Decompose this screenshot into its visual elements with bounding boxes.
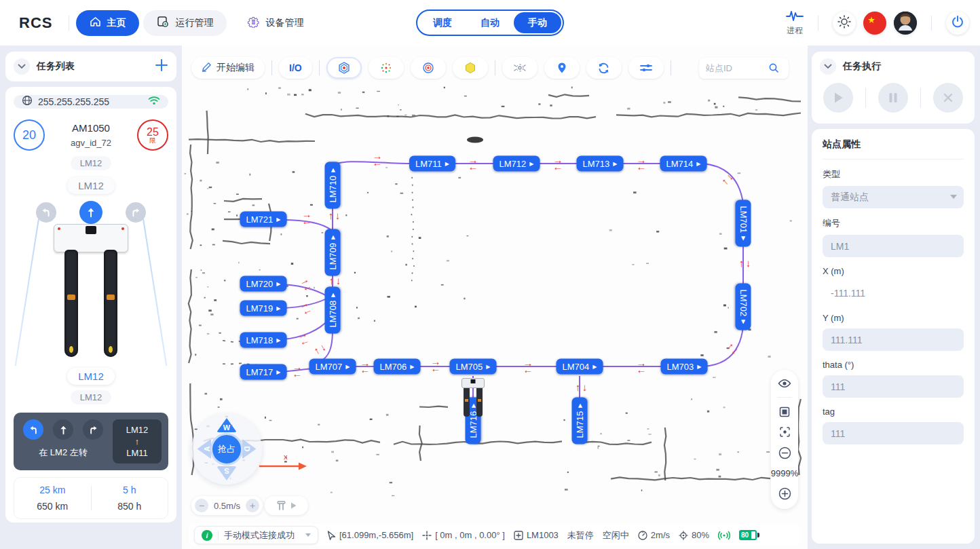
battery-icon: 80: [739, 530, 757, 540]
joystick-right-button[interactable]: D: [242, 439, 257, 459]
pause-icon: [888, 92, 898, 103]
station-node-LM721[interactable]: LM721▶: [240, 212, 287, 227]
fork-action-button[interactable]: [265, 496, 308, 515]
nav-device-label: 设备管理: [265, 17, 303, 29]
agv-on-map[interactable]: [461, 378, 485, 419]
locate-button[interactable]: [544, 57, 580, 79]
station-node-LM718[interactable]: LM718▶: [240, 333, 287, 348]
direction-triangle-icon: ▶: [276, 216, 280, 223]
x-axis-label: x: [284, 453, 307, 461]
speed-increase-button[interactable]: +: [246, 499, 259, 512]
station-node-LM703[interactable]: LM703▶: [661, 359, 708, 375]
process-button[interactable]: 进程: [786, 9, 804, 37]
station-node-LM711[interactable]: LM711▶: [409, 156, 455, 172]
joystick-up-button[interactable]: W: [216, 418, 237, 432]
station-node-LM714[interactable]: LM714▶: [660, 156, 707, 172]
seize-control-button[interactable]: 抢占: [210, 433, 243, 466]
collapse-task-list-button[interactable]: [14, 58, 30, 75]
avatar-icon: [894, 12, 917, 35]
mode-auto[interactable]: 自动: [466, 12, 514, 33]
turn-right-button[interactable]: [126, 202, 146, 223]
add-task-button[interactable]: [155, 58, 168, 75]
station-label: LM718: [246, 335, 274, 345]
direction-triangle-icon: ▶: [697, 364, 701, 370]
field-select[interactable]: 普通站点: [823, 186, 964, 208]
mode-manual[interactable]: 手动: [514, 12, 561, 33]
station-node-LM707[interactable]: LM707▶: [309, 359, 356, 375]
visibility-button[interactable]: [778, 379, 791, 388]
collapse-task-exec-button[interactable]: [820, 58, 836, 75]
layer-pointcloud-button[interactable]: [369, 57, 404, 79]
station-node-LM712[interactable]: LM712▶: [493, 156, 540, 172]
station-node-LM713[interactable]: LM713▶: [577, 156, 624, 172]
filter-button[interactable]: [628, 57, 664, 79]
speed-decrease-button[interactable]: −: [195, 499, 208, 512]
layer-stations-button[interactable]: [326, 57, 362, 79]
station-label: LM712: [500, 159, 527, 169]
task-pause-button[interactable]: [878, 83, 908, 113]
station-node-LM710[interactable]: LM710▶: [325, 162, 341, 209]
navigation-panel: 在 LM2 左转 LM12 ↑ LM11: [14, 413, 168, 470]
nav-operations[interactable]: 运行管理: [143, 10, 227, 36]
nav-turn-left-icon[interactable]: [23, 419, 43, 440]
user-avatar[interactable]: [894, 12, 917, 35]
field-input[interactable]: 111.111: [823, 328, 964, 351]
current-station-badge: LM12: [67, 368, 115, 385]
minimap-button[interactable]: [779, 406, 790, 417]
layer-zone-button[interactable]: [453, 57, 488, 79]
station-node-LM719[interactable]: LM719▶: [240, 301, 287, 316]
center-focus-button[interactable]: [779, 426, 791, 438]
station-node-LM709[interactable]: LM709▶: [325, 229, 341, 276]
field-X (m): X (m)-111.111: [823, 266, 964, 304]
joystick-down-button[interactable]: S: [216, 466, 237, 480]
zoom-in-button[interactable]: [778, 487, 791, 500]
nav-turn-right-icon[interactable]: [83, 419, 103, 440]
io-button[interactable]: I/O: [279, 57, 312, 79]
field-input[interactable]: 111: [823, 375, 964, 398]
lidar-button[interactable]: [502, 57, 538, 79]
localization-quality: 80%: [679, 530, 709, 540]
station-node-LM706[interactable]: LM706▶: [374, 359, 421, 375]
nav-straight-icon[interactable]: [53, 419, 73, 440]
start-edit-button[interactable]: 开始编辑: [191, 57, 265, 79]
search-icon[interactable]: [768, 62, 779, 73]
station-node-LM702[interactable]: LM702▶: [736, 284, 751, 330]
station-node-LM720[interactable]: LM720▶: [240, 276, 287, 292]
station-node-LM704[interactable]: LM704▶: [557, 359, 603, 375]
station-node-LM701[interactable]: LM701▶: [736, 200, 751, 247]
map-canvas[interactable]: →←→←→←→←→←→←→←→←→←→←→←→←→←→←→←→←→←→←→←→←…: [182, 45, 808, 549]
power-button[interactable]: [946, 12, 969, 35]
language-flag-button[interactable]: ★: [863, 12, 886, 35]
go-straight-button[interactable]: [79, 201, 102, 224]
station-label: LM703: [667, 362, 694, 372]
station-node-LM717[interactable]: LM717▶: [240, 364, 287, 380]
field-input[interactable]: 111: [823, 422, 964, 444]
refresh-button[interactable]: [586, 57, 622, 79]
station-search-input[interactable]: [706, 63, 764, 73]
layer-target-button[interactable]: [411, 57, 446, 79]
joystick-left-button[interactable]: A: [197, 439, 212, 459]
mode-dispatch[interactable]: 调度: [419, 12, 466, 33]
zoom-out-button[interactable]: [778, 447, 791, 459]
task-cancel-button[interactable]: [933, 83, 963, 113]
station-node-LM708[interactable]: LM708▶: [325, 287, 341, 334]
vehicle-ip-field[interactable]: 255.255.255.255: [14, 95, 168, 109]
manual-speed-control: − 0.5m/s +: [191, 496, 263, 515]
station-node-LM715[interactable]: LM715▶: [572, 398, 588, 444]
station-label: LM710: [328, 176, 338, 203]
station-label: LM720: [246, 279, 274, 289]
field-input[interactable]: -111.111: [823, 282, 964, 304]
nav-device[interactable]: 设备管理: [233, 10, 317, 36]
turn-left-button[interactable]: [36, 202, 56, 223]
battery-indicator: 80: [739, 530, 757, 540]
field-input[interactable]: LM1: [823, 235, 964, 257]
status-message-dropdown[interactable]: i 手动模式连接成功: [194, 526, 318, 544]
nav-home[interactable]: 主页: [76, 10, 139, 36]
task-play-button[interactable]: [823, 83, 853, 113]
power-icon: [951, 15, 964, 31]
theme-toggle-button[interactable]: [833, 12, 856, 35]
nav-home-label: 主页: [107, 17, 126, 29]
caret-down-icon: [950, 195, 957, 199]
station-properties-fields: 类型普通站点编号LM1X (m)-111.111Y (m)111.111that…: [823, 168, 964, 444]
station-node-LM705[interactable]: LM705▶: [450, 359, 497, 375]
